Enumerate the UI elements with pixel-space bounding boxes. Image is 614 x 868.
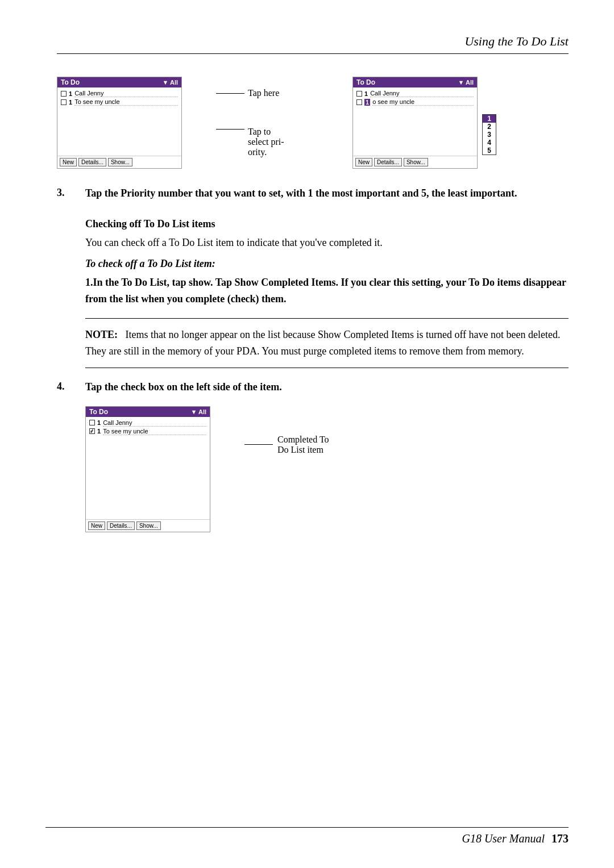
checkbox-right-1[interactable]: [356, 91, 362, 97]
pda-title-right-label: To Do: [356, 78, 375, 86]
header-title: Using the To Do List: [464, 34, 569, 49]
pda-body-bottom: 1 Call Jenny ✓ 1 To see my uncle: [86, 417, 210, 485]
top-diagram-row: To Do ▼ All 1 Call Jenny 1 To see my unc…: [57, 77, 569, 169]
pri-2[interactable]: 2: [483, 123, 496, 131]
btn-show-right[interactable]: Show...: [404, 158, 428, 166]
pri-4[interactable]: 4: [483, 139, 496, 147]
task-left-1: Call Jenny: [74, 90, 178, 97]
task-right-2: o see my uncle: [372, 98, 474, 106]
tap-here-line: [216, 93, 244, 94]
task-right-1: Call Jenny: [370, 90, 474, 97]
lower-diagram: To Do ▼ All 1 Call Jenny ✓ 1 To see my u…: [85, 406, 569, 532]
pda-footer-right: New Details... Show...: [353, 156, 477, 168]
priority-bottom-2: 1: [97, 428, 101, 435]
tap-select-label: Tap to select pri- ority.: [248, 127, 284, 157]
pda-screen-left: To Do ▼ All 1 Call Jenny 1 To see my unc…: [57, 77, 182, 169]
diagram-middle-top: Tap here Tap to select pri- ority.: [216, 77, 318, 157]
checking-body: You can check off a To Do List item to i…: [85, 235, 569, 251]
tap-here-annotation: Tap here: [216, 88, 318, 98]
task-bottom-2: To see my uncle: [103, 428, 206, 435]
pda-item-right-1: 1 Call Jenny: [356, 90, 474, 97]
tap-select-annotation: Tap to select pri- ority.: [216, 127, 318, 157]
note-label: NOTE:: [85, 329, 118, 340]
btn-details-bottom[interactable]: Details...: [107, 521, 135, 530]
step4-text: Tap the check box on the left side of th…: [85, 379, 282, 395]
btn-details-left[interactable]: Details...: [78, 158, 106, 166]
btn-new-bottom[interactable]: New: [88, 521, 105, 530]
pda-body-left: 1 Call Jenny 1 To see my uncle: [57, 87, 181, 156]
checkbox-bottom-2[interactable]: ✓: [89, 428, 95, 434]
task-bottom-1: Call Jenny: [103, 419, 206, 427]
task-left-2: To see my uncle: [74, 98, 178, 106]
pda-title-right: To Do ▼ All: [353, 77, 477, 87]
btn-show-bottom[interactable]: Show...: [136, 521, 161, 530]
btn-new-right[interactable]: New: [355, 158, 372, 166]
lower-annotation: Completed To Do List item: [244, 406, 329, 455]
priority-right-2: 1: [364, 99, 370, 106]
checkbox-right-2[interactable]: [356, 99, 362, 105]
step4-number: 4.: [57, 379, 85, 395]
pda-item-left-2: 1 To see my uncle: [61, 98, 178, 106]
btn-show-left[interactable]: Show...: [108, 158, 132, 166]
note-box: NOTE: Items that no longer appear on the…: [85, 318, 569, 368]
pda-screen-right: To Do ▼ All 1 Call Jenny 1 o see my uncl…: [352, 77, 478, 169]
btn-new-left[interactable]: New: [60, 158, 77, 166]
page-footer: G18 User Manual 173: [45, 827, 569, 845]
completed-label: Completed To Do List item: [277, 435, 329, 455]
priority-left-1: 1: [69, 90, 72, 97]
checking-heading: Checking off To Do List items: [85, 218, 569, 230]
pri-5[interactable]: 5: [483, 147, 496, 155]
checkbox-left-2[interactable]: [61, 99, 67, 105]
page-container: Using the To Do List To Do ▼ All 1 Call …: [0, 0, 614, 868]
footer-manual: G18 User Manual: [462, 832, 545, 845]
pda-screen-bottom: To Do ▼ All 1 Call Jenny ✓ 1 To see my u…: [85, 406, 210, 532]
bold-para: 1.In the To Do List, tap show. Tap Show …: [85, 274, 569, 307]
pda-title-bottom-label: To Do: [89, 408, 108, 416]
pda-title-left-label: To Do: [61, 78, 80, 86]
completed-line: [244, 444, 273, 445]
pda-item-bottom-2: ✓ 1 To see my uncle: [89, 428, 206, 435]
pri-3[interactable]: 3: [483, 131, 496, 139]
page-header: Using the To Do List: [57, 34, 569, 54]
priority-left-2: 1: [69, 99, 72, 106]
completed-annotation: Completed To Do List item: [244, 435, 329, 455]
priority-popup: 1 2 3 4 5: [482, 114, 496, 155]
checking-section: Checking off To Do List items You can ch…: [85, 218, 569, 307]
step3-number: 3.: [57, 186, 85, 201]
checkbox-bottom-1[interactable]: [89, 420, 95, 425]
pda-dropdown-bottom[interactable]: ▼ All: [190, 408, 206, 415]
note-body: Items that no longer appear on the list …: [85, 329, 560, 357]
pda-item-right-2: 1 o see my uncle 1 2 3 4 5: [356, 98, 474, 106]
checkbox-left-1[interactable]: [61, 91, 67, 97]
pda-dropdown-right[interactable]: ▼ All: [458, 79, 474, 86]
pda-title-bottom: To Do ▼ All: [86, 407, 210, 417]
pda-dropdown-left[interactable]: ▼ All: [162, 79, 178, 86]
step4-section: 4. Tap the check box on the left side of…: [57, 379, 569, 395]
footer-page: 173: [551, 832, 569, 845]
italic-heading: To check off a To Do List item:: [85, 258, 569, 270]
pri-1[interactable]: 1: [483, 115, 496, 123]
pda-item-left-1: 1 Call Jenny: [61, 90, 178, 97]
step3-text: Tap the Priority number that you want to…: [85, 186, 517, 201]
priority-right-1: 1: [364, 90, 368, 97]
pda-footer-left: New Details... Show...: [57, 156, 181, 168]
btn-details-right[interactable]: Details...: [374, 158, 402, 166]
pda-title-left: To Do ▼ All: [57, 77, 181, 87]
pda-footer-bottom: New Details... Show...: [86, 519, 210, 532]
pda-item-bottom-1: 1 Call Jenny: [89, 419, 206, 427]
pda-body-right: 1 Call Jenny 1 o see my uncle 1 2 3 4 5: [353, 87, 477, 156]
priority-bottom-1: 1: [97, 419, 101, 426]
tap-here-label: Tap here: [248, 88, 279, 98]
tap-select-line: [216, 129, 244, 130]
step3-section: 3. Tap the Priority number that you want…: [57, 186, 569, 201]
note-text: NOTE: Items that no longer appear on the…: [85, 327, 569, 360]
